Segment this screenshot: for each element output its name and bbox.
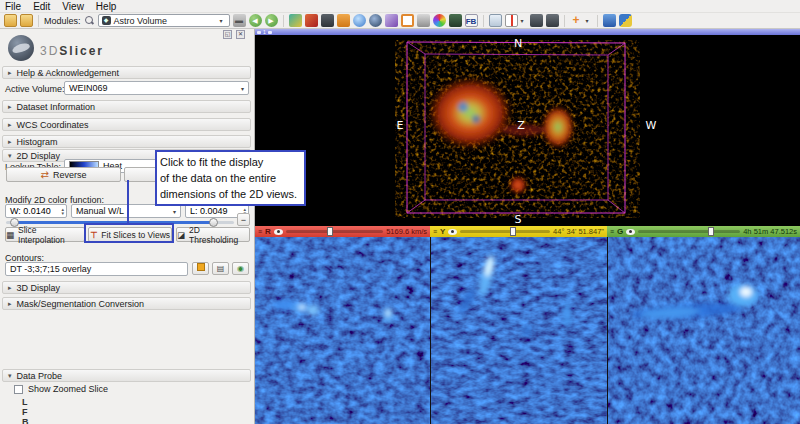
zoom-out-module-icon[interactable] bbox=[369, 14, 382, 27]
slice-interpolation-button[interactable]: ▦ Slice Interpolation bbox=[5, 227, 85, 242]
save-scene-icon[interactable] bbox=[20, 14, 33, 27]
3d-view[interactable]: N E Z W S bbox=[255, 35, 800, 226]
module-selector-combo[interactable]: ◆ Astro Volume ▾ bbox=[98, 14, 230, 27]
section-data-probe[interactable]: ▾ Data Probe bbox=[2, 369, 251, 382]
green-slice-view[interactable] bbox=[607, 237, 800, 424]
editor-module-icon[interactable] bbox=[385, 14, 398, 27]
slider-handle[interactable] bbox=[327, 227, 333, 236]
pin-icon[interactable] bbox=[257, 31, 261, 34]
python-console-icon[interactable] bbox=[619, 14, 632, 27]
contour-color-button[interactable] bbox=[192, 262, 209, 275]
pin-icon[interactable]: ≡ bbox=[258, 226, 262, 237]
section-3d-display[interactable]: ▸ 3D Display bbox=[2, 281, 251, 294]
panel-close-icon[interactable]: ✕ bbox=[236, 30, 245, 39]
slider-handle[interactable] bbox=[510, 227, 516, 236]
section-mask-segmentation[interactable]: ▸ Mask/Segmentation Conversion bbox=[2, 297, 251, 310]
slider-handle[interactable] bbox=[708, 227, 714, 236]
visibility-eye-icon[interactable] bbox=[274, 229, 283, 235]
screen-capture-icon[interactable]: ▬ bbox=[233, 14, 246, 27]
section-histogram[interactable]: ▸ Histogram bbox=[2, 135, 251, 148]
transforms-module-icon[interactable] bbox=[401, 14, 414, 27]
colors-module-icon[interactable] bbox=[433, 14, 446, 27]
contour-globe-button[interactable]: ◉ bbox=[232, 262, 249, 275]
history-back-icon[interactable]: ◀ bbox=[249, 14, 262, 27]
add-scene-view-icon[interactable]: + bbox=[570, 14, 583, 27]
probe-row-b: B bbox=[22, 417, 29, 424]
toolbar-separator bbox=[283, 15, 284, 27]
segmentations-module-icon[interactable] bbox=[321, 14, 334, 27]
slicer-logo bbox=[8, 35, 34, 61]
toolbar-separator bbox=[564, 15, 565, 27]
menu-bar: File Edit View Help bbox=[0, 0, 800, 13]
scene-views-icon[interactable] bbox=[546, 14, 559, 27]
pin-icon[interactable]: ≡ bbox=[610, 226, 614, 237]
menu-file[interactable]: File bbox=[5, 1, 21, 12]
menu-edit[interactable]: Edit bbox=[33, 1, 50, 12]
window-spinbox[interactable]: W: 0.0140 ▴▾ bbox=[5, 204, 67, 218]
view-options-icon[interactable] bbox=[268, 31, 272, 34]
load-data-icon[interactable] bbox=[4, 14, 17, 27]
markups-module-icon[interactable] bbox=[337, 14, 350, 27]
volume-rendering-module-icon[interactable] bbox=[449, 14, 462, 27]
show-zoomed-slice-label: Show Zoomed Slice bbox=[28, 384, 108, 394]
chevron-down-icon[interactable]: ▾ bbox=[521, 17, 527, 24]
orientation-label-e: E bbox=[397, 119, 404, 132]
3d-render-canvas: N E Z W S bbox=[255, 35, 800, 226]
module-cube-icon: ◆ bbox=[102, 16, 111, 25]
yellow-slice-view[interactable] bbox=[430, 237, 607, 424]
history-forward-icon[interactable]: ▶ bbox=[265, 14, 278, 27]
slice-offset-value: 44° 34' 51.847" bbox=[553, 227, 604, 236]
slice-offset-slider[interactable] bbox=[286, 230, 383, 233]
red-slice-controller-bar[interactable]: ≡ R 5169.6 km/s bbox=[255, 226, 430, 237]
chevron-down-icon: ▾ bbox=[241, 85, 244, 92]
section-wcs-coordinates[interactable]: ▸ WCS Coordinates bbox=[2, 118, 251, 131]
callout-highlight-rect bbox=[84, 223, 174, 243]
section-dataset-information[interactable]: ▸ Dataset Information bbox=[2, 100, 251, 113]
sample-data-module-icon[interactable] bbox=[289, 14, 302, 27]
active-volume-combo[interactable]: WEIN069 ▾ bbox=[64, 81, 249, 95]
callout-leader-line bbox=[127, 180, 129, 225]
contours-value: DT -3;3;7;15 overlay bbox=[10, 264, 183, 274]
chevron-right-icon: ▸ bbox=[8, 284, 12, 292]
panel-undock-icon[interactable]: ◱ bbox=[223, 30, 232, 39]
visibility-eye-icon[interactable] bbox=[626, 229, 635, 235]
chevron-down-icon: ▾ bbox=[8, 152, 12, 160]
red-slice-view[interactable] bbox=[255, 237, 430, 424]
green-slice-controller-bar[interactable]: ≡ G 4h 51m 47.512s bbox=[607, 226, 800, 237]
main-toolbar: Modules: ◆ Astro Volume ▾ ▬ ◀ ▶ FB ▾ + ▾ bbox=[0, 13, 800, 29]
toolbar-separator bbox=[483, 15, 484, 27]
contours-field[interactable]: DT -3;3;7;15 overlay bbox=[5, 262, 188, 276]
visibility-eye-icon[interactable] bbox=[448, 229, 457, 235]
slice-letter-badge: G bbox=[617, 227, 623, 236]
crosshair-icon[interactable] bbox=[505, 14, 518, 27]
printer-icon: ▤ bbox=[217, 264, 225, 273]
yellow-slice-controller-bar[interactable]: ≡ Y 44° 34' 51.847" bbox=[430, 226, 607, 237]
module-selector-value: Astro Volume bbox=[114, 16, 217, 26]
toolbar-separator bbox=[597, 15, 598, 27]
toolbar-separator bbox=[38, 15, 39, 27]
module-search-icon[interactable] bbox=[84, 15, 95, 26]
spin-arrows-icon[interactable]: ▴▾ bbox=[61, 207, 64, 215]
slice-offset-slider[interactable] bbox=[460, 230, 550, 233]
section-help-acknowledgement[interactable]: ▸ Help & Acknowledgement bbox=[2, 66, 251, 79]
extensions-icon[interactable] bbox=[603, 14, 616, 27]
menu-help[interactable]: Help bbox=[96, 1, 117, 12]
2d-thresholding-button[interactable]: ◪ 2D Thresholding bbox=[176, 227, 250, 242]
callout-text-line1: Click to fit the display bbox=[160, 154, 301, 170]
chevron-down-icon[interactable]: ▾ bbox=[586, 17, 592, 24]
menu-view[interactable]: View bbox=[62, 1, 84, 12]
slice-offset-slider[interactable] bbox=[638, 230, 740, 233]
pin-icon[interactable]: ≡ bbox=[433, 226, 437, 237]
contour-print-button[interactable]: ▤ bbox=[212, 262, 229, 275]
reverse-button[interactable]: ⇄ Reverse bbox=[6, 167, 121, 182]
chevron-down-icon: ▾ bbox=[8, 372, 12, 380]
layout-selector-icon[interactable] bbox=[489, 14, 502, 27]
slicer-logo-text: 3DSlicer bbox=[40, 44, 104, 58]
wl-mode-combo[interactable]: Manual W/L ▾ bbox=[71, 204, 181, 218]
fiber-bundles-module-icon[interactable]: FB bbox=[465, 14, 478, 27]
zoom-in-module-icon[interactable] bbox=[353, 14, 366, 27]
volumes-module-icon[interactable] bbox=[305, 14, 318, 27]
screenshot-icon[interactable] bbox=[530, 14, 543, 27]
measure-module-icon[interactable] bbox=[417, 14, 430, 27]
show-zoomed-slice-checkbox[interactable] bbox=[14, 385, 23, 394]
